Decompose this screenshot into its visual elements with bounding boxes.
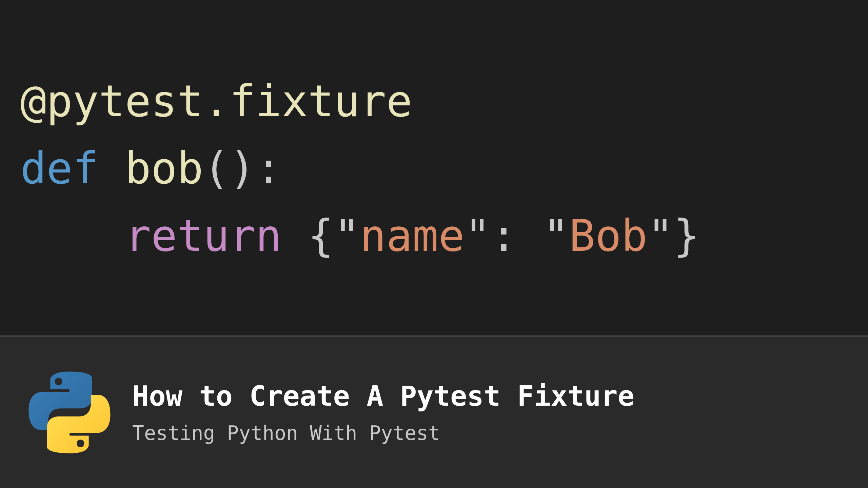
def-keyword: def [20,143,99,194]
decorator-token: @pytest.fixture [20,76,412,126]
lbrace: { [308,210,334,261]
footer-panel: How to Create A Pytest Fixture Testing P… [0,337,868,488]
indent [20,210,125,261]
python-logo-icon [24,367,115,458]
title-block: How to Create A Pytest Fixture Testing P… [132,380,634,445]
page-title: How to Create A Pytest Fixture [132,380,634,412]
code-line-2: def bob(): [20,135,848,202]
code-panel: @pytest.fixture def bob(): return {"name… [0,0,868,336]
func-name: bob [125,143,203,194]
return-keyword: return [125,210,281,261]
dict-value: Bob [569,210,647,261]
space [282,210,308,261]
rbrace: } [674,210,700,261]
code-line-1: @pytest.fixture [20,68,848,135]
parens: () [203,143,255,194]
quote: " [334,210,360,261]
dict-key: name [360,210,465,261]
quote: " [465,210,491,261]
code-line-3: return {"name": "Bob"} [20,202,848,269]
quote: " [543,210,569,261]
space [517,210,543,261]
dict-colon: : [491,210,517,261]
colon: : [256,143,282,194]
page-subtitle: Testing Python With Pytest [132,422,634,445]
quote: " [648,210,674,261]
